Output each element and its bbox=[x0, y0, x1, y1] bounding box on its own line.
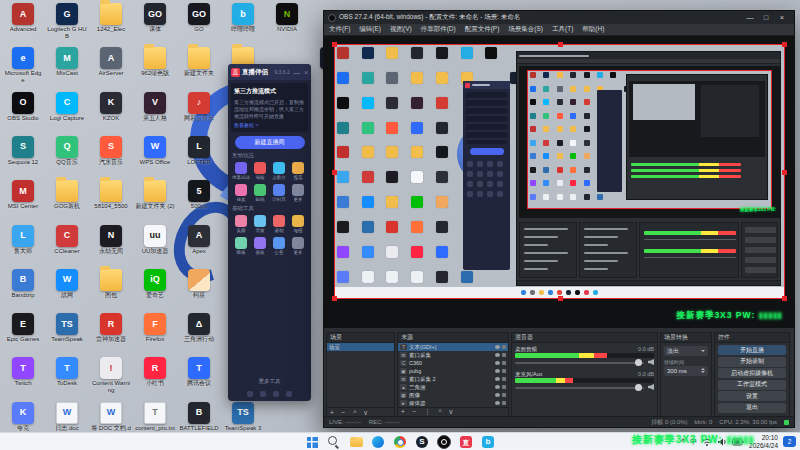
desktop-icon[interactable]: BBATTLEFIELD bbox=[178, 402, 220, 432]
taskbar-bilibili[interactable]: b bbox=[480, 434, 496, 450]
sources-toolbar[interactable]: + − ⋮ ^ v bbox=[398, 407, 508, 416]
menu-item[interactable]: 文件(F) bbox=[329, 25, 350, 34]
source-row[interactable]: ►媒体源 bbox=[398, 399, 508, 407]
resize-handle[interactable] bbox=[782, 296, 787, 301]
menu-item[interactable]: 场景集合(S) bbox=[508, 25, 543, 34]
visibility-eye-icon[interactable] bbox=[495, 353, 500, 357]
footer-nav-icon[interactable] bbox=[273, 391, 279, 397]
resize-handle[interactable] bbox=[332, 170, 337, 175]
desktop-icon[interactable]: R小红书 bbox=[134, 357, 176, 387]
desktop-icon[interactable]: 新建文件夹 (2) bbox=[134, 180, 176, 210]
speaker-icon[interactable] bbox=[648, 359, 654, 365]
taskbar-live-companion[interactable]: 直 bbox=[458, 434, 474, 450]
tool-item[interactable]: 抽奖 bbox=[232, 184, 250, 202]
notification-badge[interactable]: 2 bbox=[783, 436, 796, 447]
tool-item[interactable]: 公告 bbox=[270, 237, 288, 255]
taskbar-start[interactable] bbox=[304, 434, 320, 450]
visibility-eye-icon[interactable] bbox=[495, 345, 500, 349]
source-row[interactable]: ⊞窗口采集 bbox=[398, 351, 508, 359]
desktop-icon[interactable]: T腾讯会议 bbox=[178, 357, 220, 387]
taskbar-file-explorer[interactable] bbox=[348, 434, 364, 450]
desktop-icon[interactable]: AAdvanced bbox=[2, 3, 44, 33]
tool-item[interactable]: 弹幕玩法 bbox=[232, 162, 250, 180]
transitions-dock-title[interactable]: 场景转换 bbox=[661, 333, 711, 343]
visibility-eye-icon[interactable] bbox=[495, 393, 500, 397]
duration-spinbox[interactable]: 300 ms bbox=[664, 366, 708, 376]
tool-item[interactable]: 画板 bbox=[251, 237, 269, 255]
desktop-icon[interactable]: W日志.doc bbox=[46, 402, 88, 432]
spin-arrows[interactable] bbox=[701, 367, 705, 375]
desktop-icon[interactable]: TTwitch bbox=[2, 357, 44, 387]
desktop-icon[interactable]: CCCleaner bbox=[46, 225, 88, 255]
desktop-icon[interactable]: NNVIDIA bbox=[266, 3, 308, 33]
desktop-icon[interactable]: 柯基 bbox=[178, 269, 220, 299]
desktop-icon[interactable]: 新建文件夹 bbox=[178, 47, 220, 77]
maximize-button[interactable]: □ bbox=[758, 13, 774, 22]
obs-preview-canvas[interactable]: 接新赛季3X3 PW: bbox=[324, 36, 794, 328]
desktop-icon[interactable]: TSTeamSpeak 3 bbox=[222, 402, 264, 432]
lock-icon[interactable] bbox=[502, 345, 506, 349]
volume-slider-knob[interactable] bbox=[635, 359, 642, 366]
tool-item[interactable]: 点歌台 bbox=[270, 162, 288, 180]
tool-item[interactable]: 音效 bbox=[251, 215, 269, 233]
desktop-icon[interactable]: GLogitech G HUB bbox=[46, 3, 88, 39]
desktop-icon[interactable]: R雷神加速器 bbox=[90, 313, 132, 343]
resize-handle[interactable] bbox=[332, 42, 337, 47]
taskbar-obs[interactable] bbox=[436, 434, 452, 450]
desktop-icon[interactable]: CLogi Capture bbox=[46, 92, 88, 122]
tool-item[interactable]: 海报 bbox=[289, 215, 307, 233]
desktop-icon[interactable]: 962绿色版 bbox=[134, 47, 176, 77]
visibility-eye-icon[interactable] bbox=[495, 361, 500, 365]
control-button[interactable]: 开始直播 bbox=[718, 345, 786, 355]
visibility-eye-icon[interactable] bbox=[495, 385, 500, 389]
scenes-dock-title[interactable]: 场景 bbox=[327, 333, 394, 343]
tutorial-link[interactable]: 查看教程 > bbox=[234, 122, 305, 128]
desktop-icon[interactable]: 5500px bbox=[178, 180, 220, 210]
visibility-eye-icon[interactable] bbox=[495, 369, 500, 373]
taskbar-search[interactable] bbox=[326, 434, 342, 450]
desktop-icon[interactable]: GO课体 bbox=[134, 3, 176, 33]
tool-item[interactable]: 福袋 bbox=[251, 162, 269, 180]
control-button[interactable]: 开始录制 bbox=[718, 357, 786, 367]
desktop-icon[interactable]: N永劫无间 bbox=[90, 225, 132, 255]
desktop-icon[interactable]: QQQ音乐 bbox=[46, 136, 88, 166]
desktop-icon[interactable]: GOGO bbox=[178, 3, 220, 33]
desktop-icon[interactable]: ♪网易云音乐 bbox=[178, 92, 220, 122]
source-row[interactable]: ▦图像 bbox=[398, 391, 508, 399]
lock-icon[interactable] bbox=[502, 385, 506, 389]
menu-item[interactable]: 工具(T) bbox=[552, 25, 573, 34]
control-button[interactable]: 设置 bbox=[718, 391, 786, 401]
mixer-dock-title[interactable]: 混音器 bbox=[512, 333, 657, 343]
desktop-icon[interactable]: iQ爱奇艺 bbox=[134, 269, 176, 299]
desktop-icon[interactable]: 图包 bbox=[90, 269, 132, 299]
menu-item[interactable]: 停靠部件(D) bbox=[421, 25, 456, 34]
close-icon[interactable]: × bbox=[304, 69, 308, 76]
obs-titlebar[interactable]: OBS 27.2.4 (64-bit, windows) - 配置文件: 未命名… bbox=[324, 11, 794, 24]
resize-handle[interactable] bbox=[782, 42, 787, 47]
desktop-icon[interactable]: eMicrosoft Edge bbox=[2, 47, 44, 83]
volume-slider-knob[interactable] bbox=[635, 384, 642, 391]
lock-icon[interactable] bbox=[502, 353, 506, 357]
minimize-icon[interactable]: — bbox=[294, 69, 301, 76]
desktop-icon[interactable]: MMixCast bbox=[46, 47, 88, 77]
lock-icon[interactable] bbox=[502, 369, 506, 373]
resize-handle[interactable] bbox=[332, 296, 337, 301]
source-row[interactable]: T文本(GDI+) bbox=[398, 343, 508, 351]
control-button[interactable]: 启动虚拟摄像机 bbox=[718, 368, 786, 378]
desktop-icon[interactable]: BBandizip bbox=[2, 269, 44, 299]
desktop-icon[interactable]: KKZOK bbox=[90, 92, 132, 122]
control-button[interactable]: 退出 bbox=[718, 403, 786, 413]
desktop-icon[interactable]: uuUU加速器 bbox=[134, 225, 176, 255]
desktop-icon[interactable]: 58104_5500 bbox=[90, 180, 132, 210]
scene-row[interactable]: 场景 bbox=[327, 343, 394, 351]
visibility-eye-icon[interactable] bbox=[495, 377, 500, 381]
sources-dock-title[interactable]: 来源 bbox=[398, 333, 508, 343]
tool-item[interactable]: 计时器 bbox=[270, 184, 288, 202]
control-button[interactable]: 工作室模式 bbox=[718, 380, 786, 390]
desktop-icon[interactable]: AAirServer bbox=[90, 47, 132, 77]
source-row[interactable]: ▣pubg bbox=[398, 367, 508, 375]
source-row[interactable]: ▲三角洲 bbox=[398, 383, 508, 391]
desktop-icon[interactable]: !Content Warning bbox=[90, 357, 132, 393]
desktop-icon[interactable]: L鲁大师 bbox=[2, 225, 44, 255]
resize-handle[interactable] bbox=[558, 42, 563, 47]
